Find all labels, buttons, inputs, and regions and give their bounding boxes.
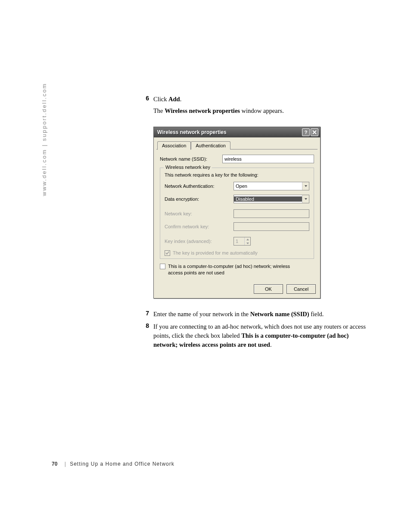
encryption-label: Data encryption: xyxy=(165,196,234,202)
key-index-value: 1 xyxy=(234,237,244,245)
encryption-select-value: Disabled xyxy=(234,196,302,202)
step-6: 6 Click Add. xyxy=(143,95,371,104)
page-footer: 70 | Setting Up a Home and Office Networ… xyxy=(52,461,174,467)
adhoc-label: This is a computer-to-computer (ad hoc) … xyxy=(168,263,292,276)
network-key-label: Network key: xyxy=(165,211,234,216)
step-text: Enter the name of your network in the Ne… xyxy=(153,310,324,319)
ok-button[interactable]: OK xyxy=(254,284,283,294)
step-7: 7 Enter the name of your network in the … xyxy=(143,310,371,319)
spinner-down-icon xyxy=(244,241,250,245)
chevron-down-icon xyxy=(302,195,309,203)
wireless-properties-dialog: Wireless network properties ? Associatio… xyxy=(153,127,321,299)
tab-association[interactable]: Association xyxy=(157,141,191,150)
tab-strip: Association Authentication xyxy=(154,137,320,149)
page-number: 70 xyxy=(52,461,57,467)
cancel-button[interactable]: Cancel xyxy=(286,284,316,294)
close-button[interactable] xyxy=(311,128,318,136)
step-8: 8 If you are connecting to an ad-hoc net… xyxy=(143,322,371,349)
wireless-key-group: Wireless network key This network requir… xyxy=(160,168,314,259)
key-index-label: Key index (advanced): xyxy=(165,239,234,244)
auth-select-value: Open xyxy=(234,184,302,189)
footer-separator: | xyxy=(65,461,66,467)
network-key-input xyxy=(234,209,309,218)
step-number: 6 xyxy=(143,95,153,104)
tab-authentication[interactable]: Authentication xyxy=(191,141,230,149)
key-index-spinner: 1 xyxy=(234,237,251,246)
ssid-label: Network name (SSID): xyxy=(160,156,222,162)
group-legend: Wireless network key xyxy=(164,165,212,170)
spinner-up-icon xyxy=(244,237,250,241)
confirm-key-input xyxy=(234,222,309,231)
group-helper-text: This network requires a key for the foll… xyxy=(165,172,309,177)
svg-text:?: ? xyxy=(305,130,308,135)
step-text: If you are connecting to an ad-hoc netwo… xyxy=(153,322,371,349)
adhoc-checkbox[interactable] xyxy=(160,264,165,269)
step-6-subtext: The Wireless network properties window a… xyxy=(153,106,371,115)
margin-url-text: www.dell.com | support.dell.com xyxy=(41,83,47,196)
chevron-down-icon xyxy=(302,182,309,190)
ssid-input[interactable]: wireless xyxy=(222,155,314,163)
auth-label: Network Authentication: xyxy=(165,184,234,189)
encryption-select[interactable]: Disabled xyxy=(234,195,309,203)
auth-select[interactable]: Open xyxy=(234,182,309,190)
titlebar: Wireless network properties ? xyxy=(154,127,320,137)
window-title: Wireless network properties xyxy=(157,129,301,135)
auto-key-checkbox xyxy=(165,250,170,256)
step-number: 7 xyxy=(143,310,153,319)
help-button[interactable]: ? xyxy=(302,128,310,136)
step-text: Click Add. xyxy=(153,95,181,104)
section-title: Setting Up a Home and Office Network xyxy=(70,461,174,467)
confirm-key-label: Confirm network key: xyxy=(165,224,234,229)
step-number: 8 xyxy=(143,322,153,349)
auto-key-label: The key is provided for me automatically xyxy=(173,250,258,256)
